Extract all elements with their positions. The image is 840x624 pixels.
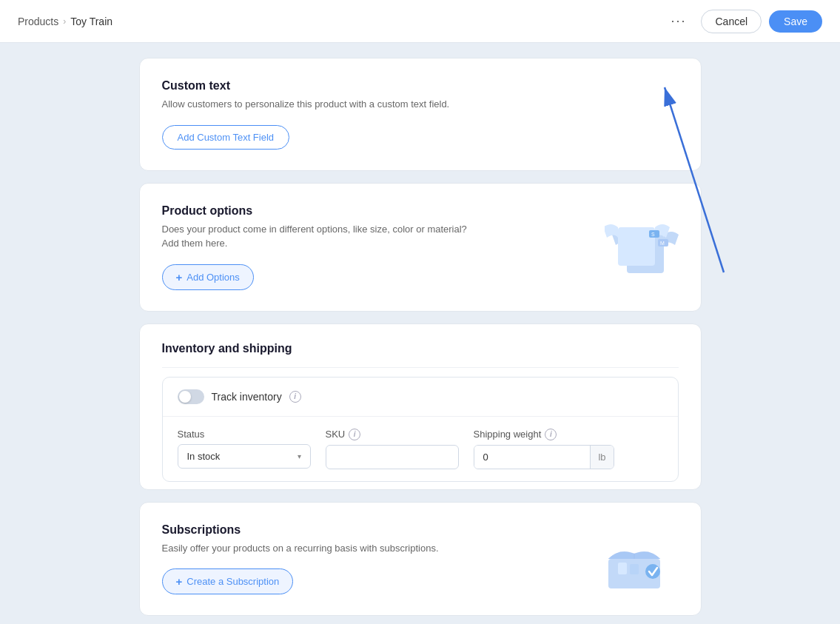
add-custom-text-button[interactable]: Add Custom Text Field <box>162 125 290 150</box>
custom-text-desc: Allow customers to personalize this prod… <box>162 97 679 112</box>
add-options-button[interactable]: + Add Options <box>162 264 254 290</box>
status-label: Status <box>178 429 311 440</box>
track-inventory-label: Track inventory <box>212 391 282 403</box>
create-subscription-button[interactable]: + Create a Subscription <box>162 568 294 594</box>
breadcrumb-current: Toy Train <box>70 16 112 27</box>
subscriptions-title: Subscriptions <box>162 523 597 537</box>
track-inventory-info-icon: i <box>289 391 301 403</box>
add-options-label: Add Options <box>187 272 240 283</box>
weight-unit: lb <box>590 446 613 469</box>
product-options-inner: Product options Does your product come i… <box>162 204 679 290</box>
main-content: Custom text Allow customers to personali… <box>117 43 724 624</box>
custom-text-card: Custom text Allow customers to personali… <box>139 58 702 171</box>
breadcrumb-separator: › <box>63 16 66 27</box>
create-sub-label: Create a Subscription <box>187 576 279 587</box>
weight-field-group: Shipping weight i lb <box>474 429 614 469</box>
status-select[interactable]: In stock ▾ <box>178 444 311 469</box>
sku-input[interactable] <box>326 445 459 469</box>
svg-text:M: M <box>660 241 665 246</box>
svg-rect-11 <box>630 564 639 574</box>
status-value: In stock <box>187 451 221 462</box>
product-options-illustration: S M <box>605 214 679 281</box>
track-inventory-toggle[interactable] <box>178 389 204 404</box>
weight-input-wrapper: lb <box>474 445 614 469</box>
custom-text-title: Custom text <box>162 79 679 93</box>
svg-point-9 <box>645 564 660 579</box>
svg-text:S: S <box>651 232 655 237</box>
product-options-desc: Does your product come in different opti… <box>162 222 605 251</box>
cancel-button[interactable]: Cancel <box>701 10 762 33</box>
product-options-title: Product options <box>162 204 605 218</box>
inventory-inner: Track inventory i Status In stock ▾ SKU <box>162 377 679 482</box>
inventory-title: Inventory and shipping <box>162 342 679 368</box>
subscriptions-left: Subscriptions Easily offer your products… <box>162 523 597 595</box>
inventory-shipping-card: Inventory and shipping Track inventory i… <box>139 323 702 490</box>
inventory-fields: Status In stock ▾ SKU i <box>163 417 678 481</box>
weight-input[interactable] <box>474 446 591 469</box>
sku-label: SKU i <box>326 429 459 440</box>
subscriptions-illustration <box>597 526 679 592</box>
more-options-button[interactable]: ··· <box>663 9 693 33</box>
nav-actions: ··· Cancel Save <box>663 9 822 33</box>
breadcrumb-products-link[interactable]: Products <box>18 16 58 27</box>
sku-info-icon: i <box>349 429 360 440</box>
plus-icon-sub: + <box>176 575 183 588</box>
subscriptions-card: Subscriptions Easily offer your products… <box>139 502 702 617</box>
sku-field-group: SKU i <box>326 429 459 469</box>
breadcrumb: Products › Toy Train <box>18 16 112 27</box>
top-nav: Products › Toy Train ··· Cancel Save <box>0 0 840 43</box>
weight-info-icon: i <box>545 429 557 440</box>
subscriptions-inner: Subscriptions Easily offer your products… <box>162 523 679 595</box>
product-options-card: Product options Does your product come i… <box>139 183 702 312</box>
track-inventory-row: Track inventory i <box>163 378 678 417</box>
weight-label: Shipping weight i <box>474 429 614 440</box>
toggle-knob <box>179 391 191 403</box>
save-button[interactable]: Save <box>769 10 822 33</box>
subscriptions-desc: Easily offer your products on a recurrin… <box>162 541 597 556</box>
plus-icon: + <box>176 271 183 284</box>
svg-rect-10 <box>618 563 627 574</box>
status-field-group: Status In stock ▾ <box>178 429 311 469</box>
product-options-left: Product options Does your product come i… <box>162 204 605 290</box>
status-chevron-icon: ▾ <box>298 452 301 460</box>
